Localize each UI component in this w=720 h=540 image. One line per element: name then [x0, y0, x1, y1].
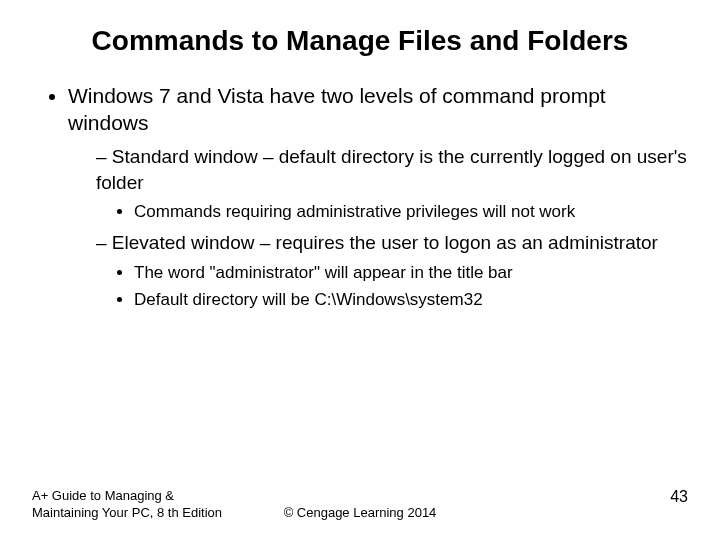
bullet-text: The word "administrator" will appear in … — [134, 263, 513, 282]
bullet-list-level3: Commands requiring administrative privil… — [96, 201, 688, 224]
list-item: The word "administrator" will appear in … — [134, 262, 688, 285]
slide-title: Commands to Manage Files and Folders — [80, 24, 640, 58]
bullet-text: Elevated window – requires the user to l… — [112, 232, 658, 253]
list-item: Default directory will be C:\Windows\sys… — [134, 289, 688, 312]
page-number: 43 — [670, 487, 688, 508]
bullet-text: Windows 7 and Vista have two levels of c… — [68, 84, 606, 134]
list-item: Commands requiring administrative privil… — [134, 201, 688, 224]
list-item: Elevated window – requires the user to l… — [96, 230, 688, 312]
bullet-list-level2: Standard window – default directory is t… — [68, 144, 688, 312]
bullet-text: Standard window – default directory is t… — [96, 146, 687, 193]
bullet-list-level1: Windows 7 and Vista have two levels of c… — [32, 82, 688, 312]
bullet-text: Default directory will be C:\Windows\sys… — [134, 290, 483, 309]
bullet-text: Commands requiring administrative privil… — [134, 202, 575, 221]
list-item: Windows 7 and Vista have two levels of c… — [68, 82, 688, 312]
slide: Commands to Manage Files and Folders Win… — [0, 0, 720, 540]
footer-center: © Cengage Learning 2014 — [32, 505, 688, 522]
list-item: Standard window – default directory is t… — [96, 144, 688, 224]
bullet-list-level3: The word "administrator" will appear in … — [96, 262, 688, 312]
